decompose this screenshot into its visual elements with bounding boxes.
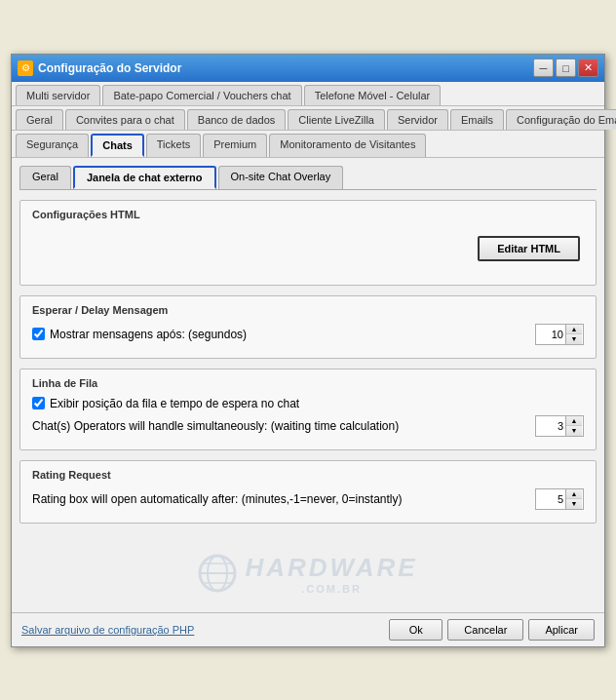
save-config-link[interactable]: Salvar arquivo de configuração PHP — [21, 624, 194, 636]
tab-convites[interactable]: Convites para o chat — [65, 109, 185, 130]
rating-input[interactable] — [536, 492, 565, 506]
tab-row-2: Geral Convites para o chat Banco de dado… — [12, 106, 604, 131]
delay-down-arrow[interactable]: ▼ — [566, 334, 582, 344]
ok-button[interactable]: Ok — [389, 619, 443, 641]
minimize-button[interactable]: ─ — [533, 58, 554, 77]
close-button[interactable]: ✕ — [578, 58, 598, 77]
footer: Salvar arquivo de configuração PHP Ok Ca… — [12, 612, 604, 646]
watermark-text: HARDWARE .COM.BR — [245, 553, 417, 595]
window-title: Configuração do Servidor — [38, 61, 181, 75]
queue-checkbox[interactable] — [32, 397, 45, 409]
title-controls: ─ □ ✕ — [533, 58, 598, 77]
footer-buttons: Ok Cancelar Aplicar — [389, 619, 595, 641]
delay-section: Esperar / Delay Mensagem Mostrar mensage… — [19, 295, 597, 359]
delay-checkbox-wrap: Mostrar mensagens após: (segundos) — [32, 328, 247, 341]
title-bar: ⚙ Configuração do Servidor ─ □ ✕ — [12, 55, 604, 82]
rating-spinbox-arrows: ▲ ▼ — [565, 489, 582, 509]
tab-multi-servidor[interactable]: Multi servidor — [16, 85, 100, 105]
delay-up-arrow[interactable]: ▲ — [566, 325, 582, 334]
tab-premium[interactable]: Premium — [203, 134, 267, 157]
delay-label: Mostrar mensagens após: (segundos) — [50, 328, 247, 341]
delay-row: Mostrar mensagens após: (segundos) ▲ ▼ — [32, 324, 584, 345]
queue-title: Linha de Fila — [32, 377, 584, 389]
html-config-title: Configurações HTML — [32, 209, 584, 220]
delay-spinbox[interactable]: ▲ ▼ — [535, 324, 584, 345]
sub-tab-bar: Geral Janela de chat externo On-site Cha… — [19, 166, 597, 190]
tab-emails[interactable]: Emails — [450, 109, 504, 130]
rating-down-arrow[interactable]: ▼ — [566, 499, 582, 509]
main-content: Geral Janela de chat externo On-site Cha… — [12, 158, 604, 612]
delay-input[interactable] — [536, 328, 565, 341]
sub-tab-geral[interactable]: Geral — [19, 166, 71, 189]
queue-operator-label: Chat(s) Operators will handle simultaneo… — [32, 419, 399, 433]
delay-spinbox-arrows: ▲ ▼ — [565, 325, 582, 344]
title-bar-left: ⚙ Configuração do Servidor — [18, 60, 181, 76]
queue-down-arrow[interactable]: ▼ — [566, 426, 582, 436]
tab-tickets[interactable]: Tickets — [146, 134, 201, 157]
rating-row: Rating box will open automatically after… — [32, 488, 584, 510]
delay-checkbox[interactable] — [32, 328, 45, 340]
apply-button[interactable]: Aplicar — [528, 619, 595, 641]
sub-tab-janela[interactable]: Janela de chat externo — [73, 166, 216, 189]
rating-spinbox[interactable]: ▲ ▼ — [535, 488, 584, 510]
tab-telefone[interactable]: Telefone Móvel - Celular — [304, 85, 442, 105]
tab-cliente[interactable]: Cliente LiveZilla — [288, 109, 385, 130]
queue-spinbox[interactable]: ▲ ▼ — [535, 415, 584, 437]
cancel-button[interactable]: Cancelar — [447, 619, 523, 641]
queue-up-arrow[interactable]: ▲ — [566, 416, 582, 426]
rating-title: Rating Request — [32, 469, 584, 481]
rating-up-arrow[interactable]: ▲ — [566, 489, 582, 499]
queue-operator-row: Chat(s) Operators will handle simultaneo… — [32, 415, 584, 437]
maximize-button[interactable]: □ — [556, 58, 576, 77]
tab-seguranca[interactable]: Segurança — [16, 134, 89, 157]
html-config-body: Editar HTML — [32, 228, 584, 277]
rating-label: Rating box will open automatically after… — [32, 492, 403, 506]
edit-html-button[interactable]: Editar HTML — [478, 236, 580, 261]
queue-checkbox-row: Exibir posição da fila e tempo de espera… — [32, 397, 584, 410]
window-icon: ⚙ — [18, 60, 33, 76]
delay-title: Esperar / Delay Mensagem — [32, 304, 584, 316]
tab-chats[interactable]: Chats — [91, 134, 144, 157]
rating-section: Rating Request Rating box will open auto… — [19, 460, 597, 524]
html-config-section: Configurações HTML Editar HTML — [19, 200, 597, 286]
tab-config-email[interactable]: Configuração do Email — [506, 109, 616, 130]
queue-input[interactable] — [536, 419, 565, 433]
queue-section: Linha de Fila Exibir posição da fila e t… — [19, 369, 597, 450]
tab-row-3: Segurança Chats Tickets Premium Monitora… — [12, 131, 604, 158]
watermark-logo — [198, 554, 237, 593]
tab-monitoramento[interactable]: Monitoramento de Visitantes — [269, 134, 426, 157]
queue-checkbox-wrap: Exibir posição da fila e tempo de espera… — [32, 397, 299, 410]
tab-servidor[interactable]: Servidor — [387, 109, 448, 130]
queue-label: Exibir posição da fila e tempo de espera… — [50, 397, 299, 410]
queue-spinbox-arrows: ▲ ▼ — [565, 416, 582, 436]
tab-banco[interactable]: Banco de dados — [187, 109, 287, 130]
tab-row-1: Multi servidor Bate-papo Comercial / Vou… — [12, 82, 604, 106]
watermark: HARDWARE .COM.BR — [19, 533, 597, 604]
main-window: ⚙ Configuração do Servidor ─ □ ✕ Multi s… — [11, 54, 605, 647]
tab-geral[interactable]: Geral — [16, 109, 63, 130]
tab-bate-papo[interactable]: Bate-papo Comercial / Vouchers chat — [102, 85, 301, 105]
sub-tab-onsite[interactable]: On-site Chat Overlay — [218, 166, 344, 189]
